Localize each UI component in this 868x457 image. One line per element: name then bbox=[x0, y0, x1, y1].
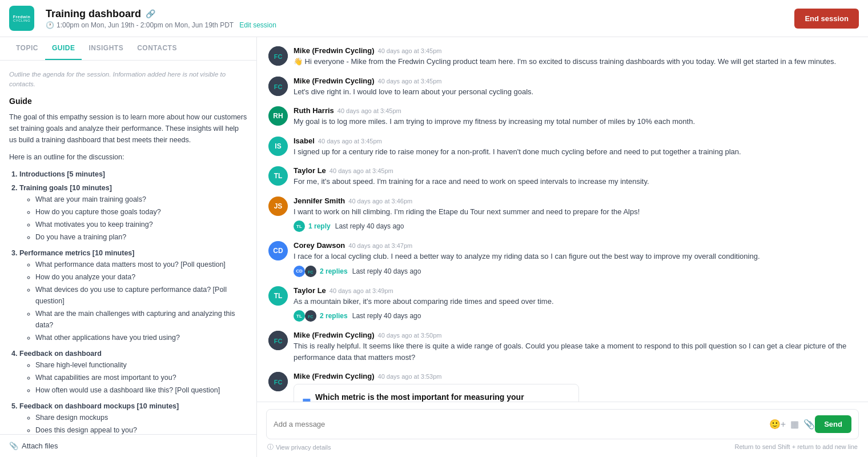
bookmark-button[interactable]: ☆ bbox=[823, 197, 838, 210]
svg-text:FC: FC bbox=[274, 83, 283, 90]
message-meta: 40 days ago at 3:45pm bbox=[337, 107, 401, 114]
reply-last: Last reply 40 days ago bbox=[335, 222, 404, 230]
message-meta: 40 days ago at 3:45pm bbox=[329, 167, 393, 174]
reply-button[interactable]: ↩ bbox=[805, 197, 819, 210]
guide-subitem: What are the main challenges with captur… bbox=[35, 308, 247, 331]
chat-messages: FC Mike (Fredwin Cycling) 40 days ago at… bbox=[257, 37, 868, 402]
guide-subitem: How do you capture those goals today? bbox=[35, 206, 247, 218]
message-sender: Mike (Fredwin Cycling) bbox=[294, 372, 375, 380]
avatar: JS bbox=[268, 197, 288, 216]
tab-insights[interactable]: INSIGHTS bbox=[82, 37, 130, 60]
privacy-note[interactable]: ⓘ View privacy details bbox=[266, 443, 332, 454]
left-panel: TOPIC GUIDE INSIGHTS CONTACTS Outline th… bbox=[0, 37, 257, 457]
reply-avatar-2: FC bbox=[305, 310, 316, 322]
tab-guide[interactable]: GUIDE bbox=[45, 37, 82, 60]
logo-text-bot: CYCLING bbox=[13, 19, 30, 22]
session-title: Training dashboard 🔗 bbox=[46, 8, 794, 20]
avatar: FC bbox=[268, 331, 288, 350]
guide-subitem: What capabilities are most important to … bbox=[35, 372, 247, 383]
avatar: RH bbox=[268, 106, 288, 126]
message-content: Mike (Fredwin Cycling) 40 days ago at 3:… bbox=[294, 46, 857, 67]
message-input[interactable] bbox=[274, 420, 769, 428]
message-row: TL Taylor Le 40 days ago at 3:49pm As a … bbox=[268, 286, 857, 322]
message-header: Taylor Le 40 days ago at 3:45pm bbox=[294, 166, 857, 175]
message-row: IS Isabel 40 days ago at 3:45pm I signed… bbox=[268, 137, 857, 158]
message-content: Mike (Fredwin Cycling) 40 days ago at 3:… bbox=[294, 77, 857, 98]
poll-question: Which metric is the most important for m… bbox=[315, 392, 570, 402]
guide-subitem: Does this design appeal to you? bbox=[35, 424, 247, 435]
message-sender: Isabel bbox=[294, 137, 315, 145]
tabs: TOPIC GUIDE INSIGHTS CONTACTS bbox=[0, 37, 256, 61]
chat-input-area: 🙂+ ▦ 📎 Send ⓘ View privacy details Retur… bbox=[257, 402, 868, 457]
edit-session-link[interactable]: Edit session bbox=[239, 21, 276, 29]
logo: Fredwin CYCLING bbox=[9, 6, 34, 31]
message-meta: 40 days ago at 3:45pm bbox=[378, 47, 442, 54]
link-icon[interactable]: 🔗 bbox=[146, 9, 155, 18]
message-content: Taylor Le 40 days ago at 3:49pm As a mou… bbox=[294, 286, 857, 322]
tab-topic[interactable]: TOPIC bbox=[9, 37, 45, 60]
end-session-button[interactable]: End session bbox=[794, 9, 859, 29]
message-sender: Taylor Le bbox=[294, 286, 326, 295]
message-header: Corey Dawson 40 days ago at 3:47pm bbox=[294, 241, 857, 250]
message-header: Mike (Fredwin Cycling) 40 days ago at 3:… bbox=[294, 331, 857, 339]
message-row: JS Jennifer Smith 40 days ago at 3:46pm … bbox=[268, 197, 857, 232]
poll-title: ▦ Which metric is the most important for… bbox=[302, 392, 570, 402]
guide-content: Outline the agenda for the session. Info… bbox=[0, 61, 256, 434]
thread-reply[interactable]: CD FC 2 replies Last reply 40 days ago bbox=[294, 266, 857, 277]
guide-subitem: What performance data matters most to yo… bbox=[35, 259, 247, 270]
message-header: Taylor Le 40 days ago at 3:49pm bbox=[294, 286, 857, 295]
message-sender: Mike (Fredwin Cycling) bbox=[294, 77, 375, 85]
guide-note: Outline the agenda for the session. Info… bbox=[9, 70, 247, 90]
guide-subitem: Do you have a training plan? bbox=[35, 231, 247, 243]
message-meta: 40 days ago at 3:50pm bbox=[378, 332, 442, 339]
reply-avatar: CD bbox=[294, 266, 305, 277]
logo-area: Fredwin CYCLING bbox=[9, 6, 34, 31]
header: Fredwin CYCLING Training dashboard 🔗 🕐 1… bbox=[0, 0, 868, 37]
tab-contacts[interactable]: CONTACTS bbox=[130, 37, 184, 60]
guide-sublist-5: Share design mockups Does this design ap… bbox=[19, 412, 247, 435]
attach-files-button[interactable]: 📎 Attach files bbox=[0, 434, 256, 457]
message-text: My goal is to log more miles. I am tryin… bbox=[294, 116, 857, 127]
message-content: Ruth Harris 40 days ago at 3:45pm My goa… bbox=[294, 106, 857, 127]
avatar: TL bbox=[268, 286, 288, 306]
privacy-text: View privacy details bbox=[276, 444, 331, 451]
guide-subitem: How often would use a dashboard like thi… bbox=[35, 384, 247, 396]
guide-subitem: How do you analyze your data? bbox=[35, 271, 247, 283]
message-header: Ruth Harris 40 days ago at 3:45pm bbox=[294, 106, 857, 115]
message-row: FC Mike (Fredwin Cycling) 40 days ago at… bbox=[268, 372, 857, 402]
session-title-text: Training dashboard bbox=[46, 8, 141, 20]
emoji-reaction-button[interactable]: 🙂+ bbox=[780, 197, 802, 210]
message-header: Isabel 40 days ago at 3:45pm bbox=[294, 137, 857, 145]
guide-item-3: Performance metrics [10 minutes] What pe… bbox=[19, 247, 247, 343]
message-row: TL Taylor Le 40 days ago at 3:45pm For m… bbox=[268, 166, 857, 187]
emoji-button[interactable]: 🙂+ bbox=[769, 419, 786, 430]
message-meta: 40 days ago at 3:45pm bbox=[378, 78, 442, 85]
message-content: Corey Dawson 40 days ago at 3:47pm I rac… bbox=[294, 241, 857, 277]
template-button[interactable]: ▦ bbox=[790, 419, 799, 430]
guide-intro: The goal of this empathy session is to l… bbox=[9, 111, 247, 146]
guide-item-4: Feedback on dashboard Share high-level f… bbox=[19, 348, 247, 396]
guide-subitem: Share high-level functionality bbox=[35, 359, 247, 371]
reply-count: 2 replies bbox=[320, 267, 348, 275]
guide-item-5: Feedback on dashboard mockups [10 minute… bbox=[19, 400, 247, 435]
message-text: As a mountain biker, it's more about com… bbox=[294, 296, 857, 307]
message-header: Mike (Fredwin Cycling) 40 days ago at 3:… bbox=[294, 77, 857, 85]
attach-button[interactable]: 📎 bbox=[803, 419, 815, 430]
message-text: This is really helpful. It seems like th… bbox=[294, 340, 857, 363]
more-options-button[interactable]: ⋯ bbox=[841, 197, 857, 210]
reply-avatar: TL bbox=[294, 310, 305, 322]
thread-reply[interactable]: TL FC 2 replies Last reply 40 days ago bbox=[294, 310, 857, 322]
paperclip-icon: 📎 bbox=[9, 442, 18, 450]
poll-box: ▦ Which metric is the most important for… bbox=[294, 384, 579, 402]
message-content: Isabel 40 days ago at 3:45pm I signed up… bbox=[294, 137, 857, 158]
guide-outline-intro: Here is an outline for the discussion: bbox=[9, 151, 247, 163]
thread-reply[interactable]: TL 1 reply Last reply 40 days ago bbox=[294, 221, 857, 232]
message-text: I signed up for a century ride to raise … bbox=[294, 146, 857, 158]
header-title-area: Training dashboard 🔗 🕐 1:00pm on Mon, Ju… bbox=[46, 8, 794, 29]
message-content: Mike (Fredwin Cycling) 40 days ago at 3:… bbox=[294, 331, 857, 363]
guide-item-2: Training goals [10 minutes] What are you… bbox=[19, 182, 247, 243]
send-button[interactable]: Send bbox=[815, 415, 851, 433]
guide-sublist-3: What performance data matters most to yo… bbox=[19, 259, 247, 343]
svg-text:FC: FC bbox=[274, 379, 283, 386]
shortcut-hint: Return to send Shift + return to add new… bbox=[733, 443, 859, 452]
